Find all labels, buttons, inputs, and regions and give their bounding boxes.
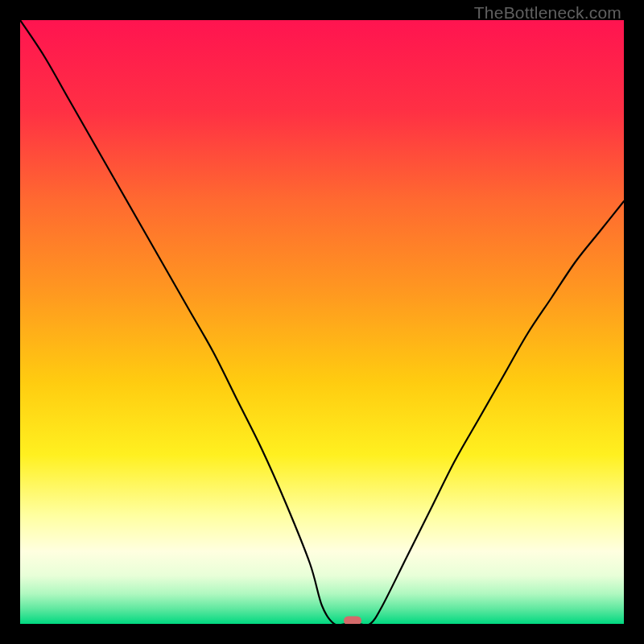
bottleneck-minimum-marker: [344, 617, 361, 625]
chart-frame: TheBottleneck.com: [0, 0, 644, 644]
bottleneck-curve-svg: [20, 20, 624, 624]
bottleneck-curve-line: [20, 20, 624, 624]
plot-area: [20, 20, 624, 624]
